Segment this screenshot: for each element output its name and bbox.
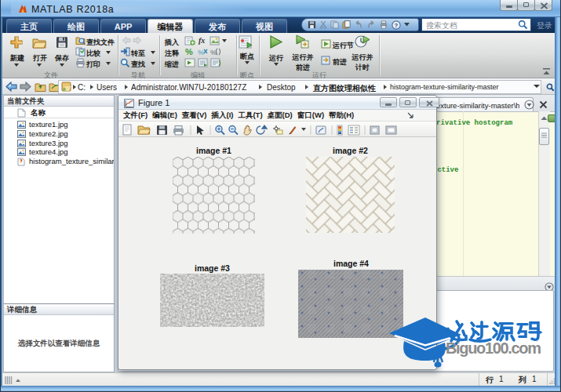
svg-text:?: ? (395, 21, 399, 28)
svg-text:%: % (210, 49, 217, 56)
svg-text:Biguo100.com: Biguo100.com (446, 339, 541, 357)
svg-text:%: % (185, 47, 193, 56)
svg-text:%: % (198, 49, 204, 56)
